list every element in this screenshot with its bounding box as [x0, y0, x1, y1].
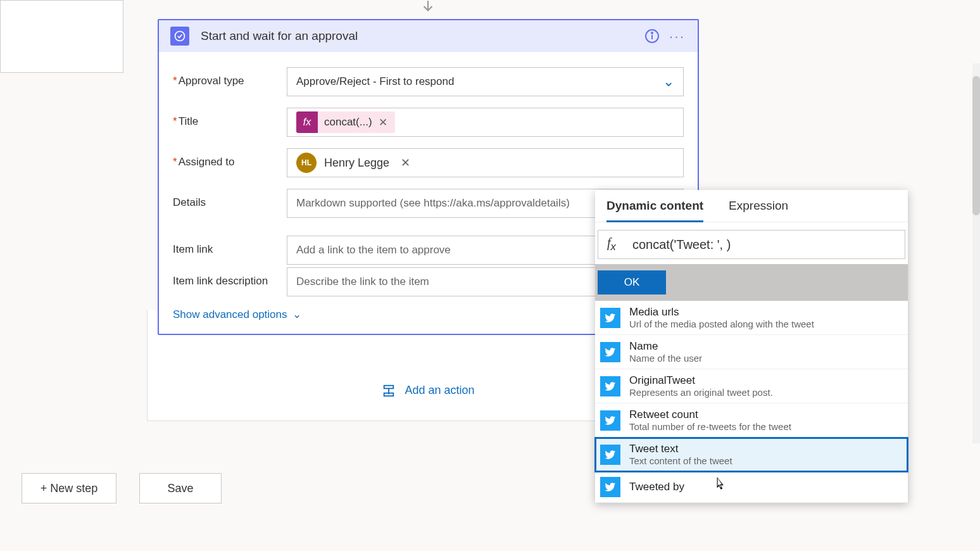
svg-rect-6 — [384, 393, 394, 396]
assigned-to-input[interactable]: HL Henry Legge ✕ — [287, 148, 684, 177]
approval-icon — [170, 27, 189, 46]
fx-icon: fx — [607, 236, 616, 253]
close-icon[interactable]: ✕ — [379, 116, 387, 129]
picker-item[interactable]: Media urls Url of the media posted along… — [595, 301, 908, 335]
twitter-icon — [600, 445, 620, 465]
expression-pill[interactable]: fx concat(...) ✕ — [296, 111, 395, 133]
approval-type-select[interactable]: Approve/Reject - First to respond ⌄ — [287, 67, 684, 96]
chevron-down-icon: ⌄ — [292, 308, 301, 321]
picker-item-desc: Text content of the tweet — [629, 455, 903, 466]
picker-ok-bar: OK — [595, 264, 908, 301]
picker-item[interactable]: Retweet count Total number of re-tweets … — [595, 403, 908, 438]
picker-item-name: Tweeted by — [629, 481, 903, 493]
add-action-label: Add an action — [405, 384, 474, 397]
twitter-icon — [600, 308, 620, 328]
svg-point-0 — [175, 32, 185, 41]
card-header[interactable]: Start and wait for an approval ··· — [159, 20, 698, 52]
picker-item[interactable]: Tweet text Text content of the tweet — [595, 438, 908, 472]
twitter-icon — [600, 410, 620, 431]
svg-point-3 — [651, 32, 653, 34]
twitter-icon — [600, 477, 620, 497]
label-assigned-to: *Assigned to — [173, 148, 287, 168]
item-link-desc-placeholder: Describe the link to the item — [296, 276, 429, 288]
left-panel-fragment — [0, 0, 123, 73]
expression-value: concat('Tweet: ', ) — [632, 238, 731, 252]
picker-item[interactable]: OriginalTweet Represents an original twe… — [595, 369, 908, 403]
expression-input[interactable]: fx concat('Tweet: ', ) — [598, 230, 905, 259]
dynamic-content-picker: Dynamic content Expression fx concat('Tw… — [595, 190, 908, 503]
picker-item-desc: Represents an original tweet post. — [629, 387, 903, 398]
label-item-link-desc: Item link description — [173, 267, 287, 288]
ok-button[interactable]: OK — [598, 270, 666, 294]
person-name: Henry Legge — [324, 156, 389, 170]
add-action-icon — [382, 384, 396, 398]
title-input[interactable]: fx concat(...) ✕ — [287, 108, 684, 137]
close-icon[interactable]: ✕ — [401, 156, 410, 170]
pill-text: concat(...) — [324, 116, 372, 129]
picker-tabs: Dynamic content Expression — [595, 190, 908, 222]
label-title: *Title — [173, 108, 287, 128]
label-approval-type: *Approval type — [173, 67, 287, 87]
card-title: Start and wait for an approval — [201, 29, 636, 43]
save-button[interactable]: Save — [139, 473, 222, 504]
tab-expression[interactable]: Expression — [729, 199, 788, 222]
picker-item-desc: Total number of re-tweets for the tweet — [629, 421, 903, 432]
picker-item-name: Media urls — [629, 306, 903, 319]
picker-item-name: Retweet count — [629, 408, 903, 421]
item-link-placeholder: Add a link to the item to approve — [296, 244, 451, 256]
picker-list: Media urls Url of the media posted along… — [595, 301, 908, 503]
new-step-button[interactable]: + New step — [22, 473, 116, 504]
chevron-down-icon: ⌄ — [663, 73, 674, 90]
bottom-button-row: + New step Save — [22, 473, 222, 504]
picker-item-name: OriginalTweet — [629, 374, 903, 387]
picker-item-name: Name — [629, 340, 903, 353]
label-item-link: Item link — [173, 236, 287, 256]
picker-item-name: Tweet text — [629, 443, 903, 455]
row-assigned-to: *Assigned to HL Henry Legge ✕ — [173, 148, 684, 177]
tab-dynamic-content[interactable]: Dynamic content — [606, 199, 703, 222]
twitter-icon — [600, 342, 620, 362]
svg-rect-4 — [384, 386, 394, 389]
info-icon[interactable] — [643, 27, 661, 45]
details-placeholder: Markdown supported (see https://aka.ms/a… — [296, 197, 570, 210]
approval-type-value: Approve/Reject - First to respond — [296, 75, 454, 88]
connector-arrow-icon — [420, 0, 436, 18]
twitter-icon — [600, 376, 620, 396]
picker-item[interactable]: Tweeted by — [595, 472, 908, 503]
row-title: *Title fx concat(...) ✕ — [173, 108, 684, 137]
picker-item[interactable]: Name Name of the user — [595, 335, 908, 369]
more-menu-icon[interactable]: ··· — [669, 27, 686, 45]
person-pill[interactable]: HL Henry Legge ✕ — [296, 151, 410, 175]
scrollbar-thumb[interactable] — [972, 76, 980, 215]
row-approval-type: *Approval type Approve/Reject - First to… — [173, 67, 684, 96]
avatar: HL — [296, 153, 317, 173]
picker-item-desc: Name of the user — [629, 353, 903, 364]
picker-item-desc: Url of the media posted along with the t… — [629, 319, 903, 329]
fx-icon: fx — [296, 111, 318, 133]
label-details: Details — [173, 189, 287, 209]
